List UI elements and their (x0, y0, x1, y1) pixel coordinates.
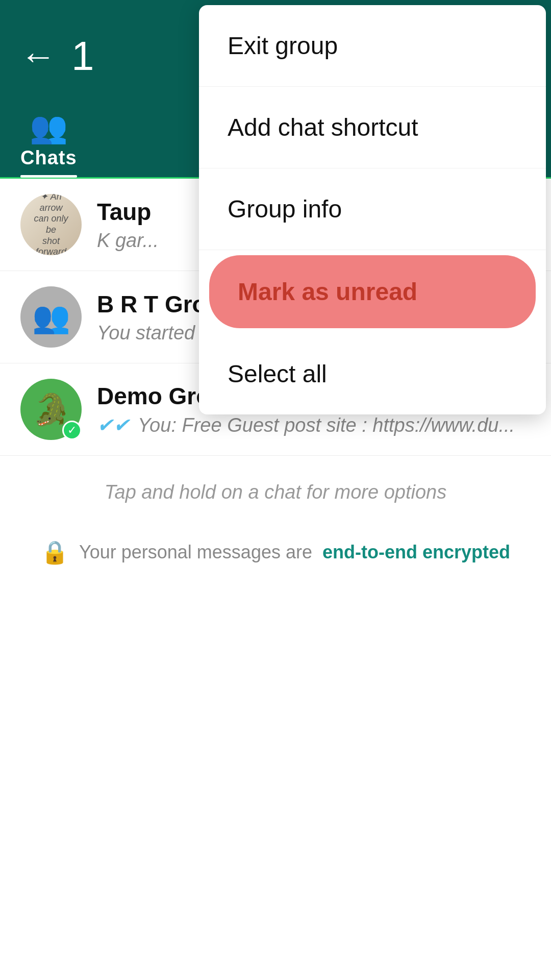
menu-item-add-shortcut[interactable]: Add chat shortcut (199, 87, 546, 168)
menu-item-exit-group[interactable]: Exit group (199, 5, 546, 87)
dropdown-overlay[interactable]: Exit group Add chat shortcut Group info … (0, 0, 551, 980)
menu-item-select-all[interactable]: Select all (199, 333, 546, 414)
dropdown-menu: Exit group Add chat shortcut Group info … (199, 5, 546, 414)
menu-item-group-info[interactable]: Group info (199, 168, 546, 250)
menu-item-mark-unread[interactable]: Mark as unread (209, 255, 536, 328)
